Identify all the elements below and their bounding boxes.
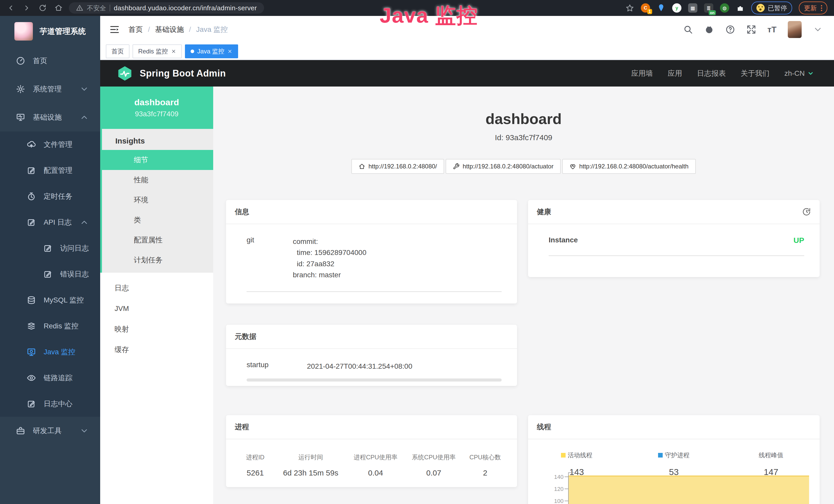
sba-item-scheduled-tasks[interactable]: 计划任务 bbox=[102, 250, 213, 270]
tab-java-monitor[interactable]: Java 监控 bbox=[185, 44, 238, 58]
health-row[interactable]: Instance UP bbox=[549, 224, 804, 256]
breadcrumb-home[interactable]: 首页 bbox=[128, 25, 143, 35]
locale-label: zh-CN bbox=[785, 69, 805, 77]
sidebar-item-java-monitor[interactable]: Java 监控 bbox=[0, 339, 100, 365]
update-label: 更新 bbox=[804, 4, 817, 12]
metadata-value: 2021-04-27T00:44:31.254+08:00 bbox=[307, 361, 502, 372]
actuator-url-button[interactable]: http://192.168.0.2:48080/actuator bbox=[446, 159, 561, 174]
sidebar-item-infrastructure[interactable]: 基础设施 bbox=[0, 103, 100, 132]
sidebar-item-system-management[interactable]: 系统管理 bbox=[0, 75, 100, 103]
sidebar-item-label: 配置管理 bbox=[44, 166, 89, 175]
refresh-icon[interactable] bbox=[39, 4, 47, 12]
app-logo-avatar bbox=[14, 22, 33, 41]
profile-paused-badge[interactable]: 已暂停 bbox=[751, 2, 792, 15]
user-avatar[interactable] bbox=[788, 21, 802, 38]
not-secure-warning-icon[interactable] bbox=[76, 4, 83, 12]
eye-icon bbox=[27, 373, 36, 383]
sba-link-wallboard[interactable]: 应用墙 bbox=[631, 69, 653, 78]
sidebar-item-label: 系统管理 bbox=[33, 84, 72, 94]
browser-home-icon[interactable] bbox=[54, 4, 63, 12]
user-caret-down-icon[interactable] bbox=[813, 25, 823, 35]
sba-item-loggers[interactable]: 日志 bbox=[100, 278, 213, 298]
service-url-label: http://192.168.0.2:48080/ bbox=[368, 163, 437, 170]
help-icon[interactable] bbox=[725, 25, 735, 35]
sba-item-details[interactable]: 细节 bbox=[100, 150, 213, 170]
sidebar-item-label: 文件管理 bbox=[44, 140, 89, 150]
extension-icon-3[interactable]: ▦ bbox=[688, 3, 697, 13]
sba-link-applications[interactable]: 应用 bbox=[668, 69, 682, 78]
breadcrumb-infrastructure[interactable]: 基础设施 bbox=[155, 25, 184, 35]
horizontal-scrollbar[interactable] bbox=[247, 379, 502, 382]
fullscreen-icon[interactable] bbox=[746, 25, 756, 35]
sidebar-item-redis-monitor[interactable]: Redis 监控 bbox=[0, 313, 100, 339]
sidebar-item-access-logs[interactable]: 访问日志 bbox=[0, 235, 100, 261]
sba-item-jvm[interactable]: JVM bbox=[100, 298, 213, 319]
app-logo[interactable]: 芋道管理系统 bbox=[0, 16, 100, 47]
sba-link-about[interactable]: 关于我们 bbox=[741, 69, 770, 78]
chevron-up-icon bbox=[80, 218, 89, 227]
browser-nav-buttons bbox=[0, 4, 69, 12]
sba-item-classes[interactable]: 类 bbox=[102, 210, 213, 230]
sidebar-item-label: MySQL 监控 bbox=[44, 295, 89, 305]
github-icon[interactable] bbox=[704, 25, 714, 35]
extension-icon-5[interactable]: ◍ bbox=[720, 3, 729, 13]
browser-update-button[interactable]: 更新 bbox=[799, 2, 827, 15]
sidebar-item-home[interactable]: 首页 bbox=[0, 47, 100, 75]
sba-brand-title[interactable]: Spring Boot Admin bbox=[140, 68, 226, 79]
search-icon[interactable] bbox=[683, 25, 693, 35]
sidebar-item-error-logs[interactable]: 错误日志 bbox=[0, 261, 100, 287]
tab-redis-monitor[interactable]: Redis 监控 bbox=[133, 44, 182, 58]
breadcrumb-separator: / bbox=[189, 25, 191, 33]
log-edit-icon bbox=[27, 399, 36, 409]
sidebar-item-log-center[interactable]: 日志中心 bbox=[0, 391, 100, 417]
close-icon[interactable] bbox=[171, 49, 176, 54]
y-axis-tickmark bbox=[565, 477, 568, 477]
address-bar[interactable]: 不安全 dashboard.yudao.iocoder.cn/infra/adm… bbox=[69, 2, 264, 14]
sidebar-item-config-management[interactable]: 配置管理 bbox=[0, 157, 100, 183]
tab-home[interactable]: 首页 bbox=[106, 44, 129, 58]
extension-icon-1[interactable]: C1 bbox=[641, 3, 650, 13]
timer-icon bbox=[27, 192, 36, 201]
browser-actions: C1 y ▦ ≣on ◍ 已暂停 更新 bbox=[626, 2, 834, 15]
hamburger-icon[interactable] bbox=[109, 24, 120, 35]
sidebar-item-dev-tools[interactable]: 研发工具 bbox=[0, 417, 100, 445]
legend-swatch-live bbox=[561, 453, 566, 458]
sidebar-item-tracing[interactable]: 链路追踪 bbox=[0, 365, 100, 391]
history-icon[interactable] bbox=[802, 207, 811, 216]
instance-title: dashboard bbox=[213, 110, 834, 127]
extension-icon-2[interactable]: y bbox=[672, 3, 681, 13]
sba-item-mappings[interactable]: 映射 bbox=[100, 319, 213, 339]
sidebar-item-file-management[interactable]: 文件管理 bbox=[0, 132, 100, 157]
sba-locale-selector[interactable]: zh-CN bbox=[785, 69, 814, 77]
sba-item-environment[interactable]: 环境 bbox=[102, 190, 213, 210]
font-size-icon[interactable]: тT bbox=[767, 25, 776, 35]
forward-icon[interactable] bbox=[23, 4, 31, 12]
col-header-process-cpu: 进程CPU使用率 bbox=[347, 453, 404, 461]
service-url-button[interactable]: http://192.168.0.2:48080/ bbox=[351, 159, 444, 174]
extension-icon-4[interactable]: ≣on bbox=[704, 3, 713, 13]
sba-item-caches[interactable]: 缓存 bbox=[100, 339, 213, 360]
browser-menu-icon[interactable] bbox=[821, 5, 822, 11]
sidebar-item-mysql-monitor[interactable]: MySQL 监控 bbox=[0, 287, 100, 313]
sba-instance-header[interactable]: dashboard 93a3fc7f7409 bbox=[100, 87, 213, 129]
chevron-down-icon bbox=[807, 70, 814, 77]
sidebar-item-api-logs[interactable]: API 日志 bbox=[0, 209, 100, 235]
value-uptime: 6d 23h 15m 59s bbox=[274, 468, 347, 477]
log-edit-icon bbox=[27, 218, 36, 227]
threads-card-title: 线程 bbox=[528, 415, 820, 439]
sba-item-config-props[interactable]: 配置属性 bbox=[102, 230, 213, 250]
health-url-button[interactable]: http://192.168.0.2:48080/actuator/health bbox=[562, 159, 696, 174]
sidebar-item-label: Java 监控 bbox=[44, 347, 89, 357]
sidebar-item-label: 日志中心 bbox=[44, 399, 89, 409]
sba-link-journal[interactable]: 日志报表 bbox=[697, 69, 726, 78]
process-table-header: 进程ID 运行时间 进程CPU使用率 系统CPU使用率 CPU核心数 bbox=[236, 453, 507, 461]
url-text[interactable]: dashboard.yudao.iocoder.cn/infra/admin-s… bbox=[114, 4, 257, 12]
security-label[interactable]: 不安全 bbox=[87, 4, 106, 12]
close-icon[interactable] bbox=[227, 49, 233, 54]
extensions-puzzle-icon[interactable] bbox=[736, 4, 745, 12]
sidebar-item-scheduled-jobs[interactable]: 定时任务 bbox=[0, 183, 100, 209]
sba-item-metrics[interactable]: 性能 bbox=[102, 170, 213, 190]
bookmark-star-icon[interactable] bbox=[626, 4, 634, 12]
extension-pin-icon[interactable] bbox=[657, 4, 665, 12]
back-icon[interactable] bbox=[7, 4, 15, 12]
